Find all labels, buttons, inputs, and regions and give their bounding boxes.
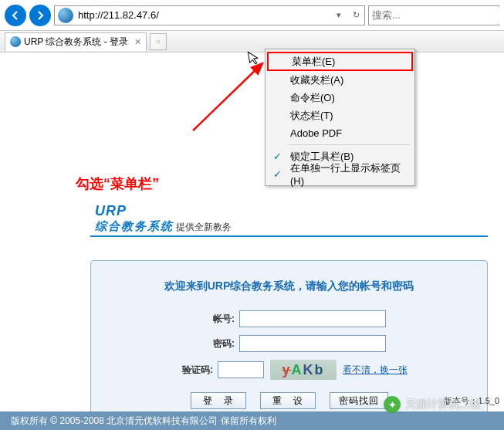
menu-item-tabs-row[interactable]: ✓在单独一行上显示标签页(H) [267, 165, 413, 183]
username-input[interactable] [239, 310, 386, 327]
menu-item-favorites[interactable]: 收藏夹栏(A) [267, 71, 413, 89]
back-button[interactable] [5, 5, 26, 26]
forward-button[interactable] [29, 5, 51, 26]
search-input[interactable] [369, 7, 504, 24]
menu-item-menubar[interactable]: 菜单栏(E) [267, 52, 413, 71]
search-bar [368, 5, 499, 25]
watermark: ✦ 天猫计算机二级 [384, 396, 481, 413]
login-button[interactable]: 登 录 [191, 392, 246, 409]
welcome-text: 欢迎来到URP综合教务系统，请输入您的帐号和密码 [114, 279, 464, 293]
urp-title: URP [95, 203, 127, 218]
divider [90, 235, 488, 237]
ie-icon [10, 36, 21, 47]
footer-copyright: 版权所有 © 2005-2008 北京清元优软科技有限公司 保留所有权利 [0, 411, 504, 430]
reset-button[interactable]: 重 设 [260, 392, 316, 409]
row-password: 密码: [114, 335, 464, 352]
row-captcha: 验证码: yAKb 看不清，换一张 [114, 360, 464, 380]
close-icon[interactable]: ✕ [134, 37, 141, 47]
urp-tagline: 提供全新教务 [176, 222, 232, 232]
label-password: 密码: [192, 337, 235, 350]
check-icon: ✓ [273, 168, 282, 180]
wechat-icon: ✦ [384, 396, 401, 413]
password-recover-button[interactable]: 密码找回 [330, 392, 388, 409]
annotation-text: 勾选“菜单栏” [76, 174, 159, 193]
password-input[interactable] [239, 335, 386, 352]
browser-toolbar: ▾ ↻ [0, 0, 504, 31]
urp-container: URP 综合教务系统 提供全新教务 欢迎来到URP综合教务系统，请输入您的帐号和… [90, 203, 488, 424]
context-menu: 菜单栏(E) 收藏夹栏(A) 命令栏(O) 状态栏(T) Adobe PDF ✓… [265, 49, 415, 186]
captcha-image: yAKb [270, 360, 337, 380]
check-icon: ✓ [273, 151, 282, 162]
dropdown-icon[interactable]: ▾ [330, 10, 347, 20]
tab-title: URP 综合教务系统 - 登录 [24, 36, 128, 49]
browser-tab[interactable]: URP 综合教务系统 - 登录 ✕ [5, 32, 147, 51]
refresh-icon[interactable]: ↻ [347, 10, 364, 20]
menu-item-adobe[interactable]: Adobe PDF [267, 124, 413, 142]
label-captcha: 验证码: [171, 364, 213, 377]
captcha-refresh-link[interactable]: 看不清，换一张 [343, 364, 408, 377]
new-tab-button[interactable]: ▫ [150, 33, 167, 50]
row-username: 帐号: [114, 310, 464, 327]
menu-item-status[interactable]: 状态栏(T) [267, 107, 413, 124]
menu-item-command[interactable]: 命令栏(O) [267, 89, 413, 107]
label-username: 帐号: [192, 313, 235, 326]
urp-subtitle: 综合教务系统 [95, 219, 174, 232]
watermark-text: 天猫计算机二级 [405, 398, 481, 411]
page-content: 勾选“菜单栏” URP 综合教务系统 提供全新教务 欢迎来到URP综合教务系统，… [0, 52, 504, 430]
menu-separator [289, 144, 410, 145]
urp-header: URP 综合教务系统 提供全新教务 [90, 203, 488, 234]
address-bar: ▾ ↻ [54, 5, 365, 25]
tab-bar: URP 综合教务系统 - 登录 ✕ ▫ [0, 31, 504, 52]
url-input[interactable] [76, 7, 330, 24]
captcha-input[interactable] [218, 361, 264, 378]
ie-icon [58, 8, 73, 23]
